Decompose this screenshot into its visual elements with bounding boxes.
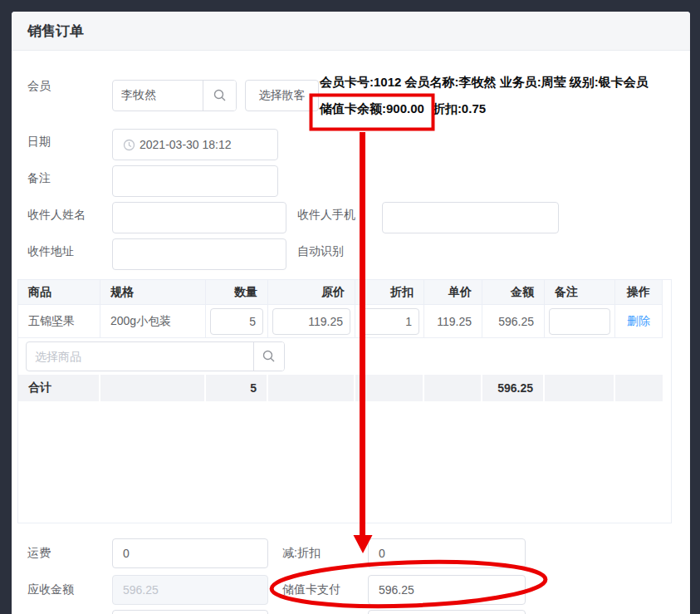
receivable-label: 应收金额	[27, 581, 74, 597]
member-info-line1: 会员卡号:1012 会员名称:李牧然 业务员:周莹 级别:银卡会员	[320, 74, 649, 91]
col-header-discount: 折扣	[355, 280, 424, 305]
col-header-remark: 备注	[545, 280, 615, 305]
total-label: 合计	[18, 375, 100, 401]
product-table: 商品 规格 数量 原价 折扣 单价 金额 备注 操作 五锦坚果 200g小包装 …	[17, 279, 672, 523]
qty-input[interactable]	[210, 308, 263, 335]
remark-input[interactable]	[112, 165, 278, 197]
cell-product: 五锦坚果	[18, 305, 100, 338]
date-label: 日期	[27, 133, 51, 150]
col-header-unit: 单价	[424, 280, 482, 305]
date-value: 2021-03-30 18:12	[140, 138, 232, 151]
col-header-qty: 数量	[206, 280, 268, 305]
table-header-row: 商品 规格 数量 原价 折扣 单价 金额 备注 操作	[18, 280, 663, 305]
stored-card-pay-label: 储值卡支付	[282, 581, 340, 597]
stored-card-balance-text: 储值卡余额:900.00	[320, 101, 424, 115]
col-header-spec: 规格	[100, 280, 206, 305]
minus-discount-label: 减:折扣	[282, 544, 321, 561]
cutoff-right-input[interactable]	[368, 610, 526, 614]
remark-label: 备注	[27, 169, 51, 186]
col-header-product: 商品	[18, 280, 100, 305]
col-header-amount: 金额	[482, 280, 545, 305]
cutoff-left-input[interactable]	[112, 610, 268, 614]
total-amount: 596.25	[482, 375, 545, 401]
discount-input[interactable]	[360, 308, 419, 335]
delete-row-link[interactable]: 删除	[627, 314, 650, 329]
member-search-field	[112, 80, 237, 111]
total-qty: 5	[206, 375, 268, 401]
product-search-input[interactable]	[27, 342, 253, 371]
page-title: 销售订单	[27, 12, 84, 51]
search-icon[interactable]	[203, 81, 236, 111]
recipient-phone-label: 收件人手机	[297, 206, 355, 223]
card-header: 销售订单	[12, 12, 690, 51]
search-icon[interactable]	[253, 342, 284, 371]
auto-detect-label: 自动识别	[297, 243, 344, 259]
col-header-action: 操作	[615, 280, 663, 305]
original-price-input[interactable]	[272, 308, 350, 335]
recipient-address-label: 收件地址	[27, 243, 74, 259]
clock-icon	[123, 139, 135, 151]
cell-unit-price: 119.25	[424, 305, 482, 338]
row-remark-input[interactable]	[549, 308, 610, 335]
total-row: 合计 5 596.25	[18, 375, 663, 401]
sales-order-card: 销售订单 会员 选择散客 会员卡号:1012 会员名称:李牧然 业务员:周莹 级…	[12, 12, 690, 614]
recipient-name-label: 收件人姓名	[27, 206, 86, 223]
recipient-phone-input[interactable]	[382, 202, 559, 233]
stored-card-pay-input[interactable]	[368, 575, 526, 605]
page: { "page": { "title": "销售订单" }, "colors":…	[0, 0, 700, 614]
shipping-label: 运费	[27, 544, 51, 561]
col-header-price: 原价	[268, 280, 355, 305]
date-picker-field[interactable]: 2021-03-30 18:12	[112, 129, 278, 160]
recipient-name-input[interactable]	[112, 202, 286, 233]
member-info-line2: 储值卡余额:900.00折扣:0.75	[320, 101, 486, 117]
cell-amount: 596.25	[482, 305, 545, 338]
member-name-input[interactable]	[113, 81, 203, 111]
member-discount-text: 折扣:0.75	[433, 101, 486, 115]
cell-spec: 200g小包装	[100, 305, 206, 338]
select-walkin-button[interactable]: 选择散客	[245, 80, 319, 111]
receivable-input	[112, 575, 268, 605]
minus-discount-input[interactable]	[368, 538, 526, 568]
shipping-input[interactable]	[112, 538, 268, 568]
recipient-address-input[interactable]	[112, 238, 286, 270]
table-row: 五锦坚果 200g小包装 119.25 596.25 删除	[18, 305, 663, 338]
member-label: 会员	[27, 77, 51, 94]
product-search-field	[26, 341, 285, 371]
